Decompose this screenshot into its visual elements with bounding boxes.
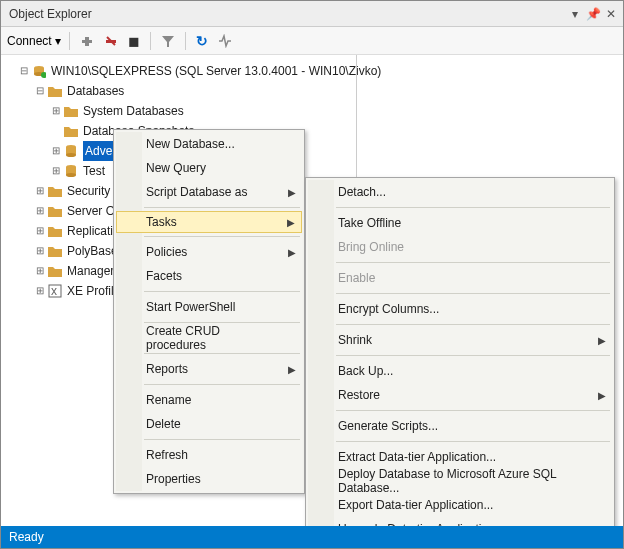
- panel-titlebar: Object Explorer ▾ 📌 ✕: [1, 1, 623, 27]
- menu-export-dac[interactable]: Export Data-tier Application...: [308, 493, 612, 517]
- close-icon[interactable]: ✕: [603, 7, 619, 21]
- submenu-arrow-icon: ▶: [598, 335, 606, 346]
- adventureworks-node[interactable]: ⊞AdventureWorks2014: [5, 141, 619, 161]
- menu-policies[interactable]: Policies▶: [116, 240, 302, 264]
- menu-enable: Enable: [308, 266, 612, 290]
- folder-icon: [47, 264, 63, 278]
- expand-icon[interactable]: ⊞: [49, 141, 63, 161]
- menu-script-database[interactable]: Script Database as▶: [116, 180, 302, 204]
- submenu-arrow-icon: ▶: [288, 364, 296, 375]
- menu-restore[interactable]: Restore▶: [308, 383, 612, 407]
- menu-take-offline[interactable]: Take Offline: [308, 211, 612, 235]
- expand-icon[interactable]: ⊞: [49, 161, 63, 181]
- context-menu-database: New Database... New Query Script Databas…: [113, 129, 305, 494]
- folder-icon: [47, 224, 63, 238]
- submenu-arrow-icon: ▶: [288, 187, 296, 198]
- activity-icon[interactable]: [216, 32, 234, 50]
- menu-deploy-azure[interactable]: Deploy Database to Microsoft Azure SQL D…: [308, 469, 612, 493]
- svg-marker-4: [162, 36, 174, 47]
- toolbar: Connect ▾ ◼ ↻: [1, 27, 623, 55]
- menu-encrypt-columns[interactable]: Encrypt Columns...: [308, 297, 612, 321]
- xe-icon: x: [47, 284, 63, 298]
- folder-icon: [63, 104, 79, 118]
- database-icon: [63, 144, 79, 158]
- expand-icon[interactable]: ⊞: [33, 181, 47, 201]
- folder-icon: [47, 244, 63, 258]
- expand-icon[interactable]: ⊞: [33, 261, 47, 281]
- menu-new-query[interactable]: New Query: [116, 156, 302, 180]
- menu-generate-scripts[interactable]: Generate Scripts...: [308, 414, 612, 438]
- submenu-arrow-icon: ▶: [288, 247, 296, 258]
- context-menu-tasks: Detach... Take Offline Bring Online Enab…: [305, 177, 615, 549]
- menu-new-database[interactable]: New Database...: [116, 132, 302, 156]
- expand-icon[interactable]: ⊞: [33, 241, 47, 261]
- folder-icon: [47, 204, 63, 218]
- databases-node[interactable]: ⊟Databases: [5, 81, 619, 101]
- menu-bring-online: Bring Online: [308, 235, 612, 259]
- menu-extract-dac[interactable]: Extract Data-tier Application...: [308, 445, 612, 469]
- menu-refresh[interactable]: Refresh: [116, 443, 302, 467]
- stop-icon[interactable]: ◼: [126, 31, 142, 51]
- menu-reports[interactable]: Reports▶: [116, 357, 302, 381]
- filter-icon[interactable]: [159, 32, 177, 50]
- menu-shrink[interactable]: Shrink▶: [308, 328, 612, 352]
- menu-detach[interactable]: Detach...: [308, 180, 612, 204]
- menu-tasks[interactable]: Tasks▶: [116, 211, 302, 233]
- menu-facets[interactable]: Facets: [116, 264, 302, 288]
- connect-button[interactable]: Connect ▾: [7, 34, 61, 48]
- svg-rect-1: [85, 37, 89, 46]
- menu-delete[interactable]: Delete: [116, 412, 302, 436]
- menu-back-up[interactable]: Back Up...: [308, 359, 612, 383]
- connect-icon[interactable]: [78, 32, 96, 50]
- collapse-icon[interactable]: ⊟: [17, 61, 31, 81]
- menu-start-powershell[interactable]: Start PowerShell: [116, 295, 302, 319]
- autohide-dropdown-icon[interactable]: ▾: [567, 7, 583, 21]
- system-databases-node[interactable]: ⊞System Databases: [5, 101, 619, 121]
- expand-icon[interactable]: ⊞: [33, 201, 47, 221]
- svg-text:x: x: [51, 284, 57, 298]
- folder-icon: [63, 124, 79, 138]
- collapse-icon[interactable]: ⊟: [33, 81, 47, 101]
- svg-point-11: [66, 153, 76, 157]
- refresh-icon[interactable]: ↻: [194, 31, 210, 51]
- submenu-arrow-icon: ▶: [598, 390, 606, 401]
- status-bar: Ready: [1, 526, 623, 548]
- folder-icon: [47, 84, 63, 98]
- expand-icon[interactable]: ⊞: [33, 221, 47, 241]
- server-icon: [31, 64, 47, 78]
- disconnect-icon[interactable]: [102, 32, 120, 50]
- folder-icon: [47, 184, 63, 198]
- pin-icon[interactable]: 📌: [585, 7, 601, 21]
- expand-icon[interactable]: ⊞: [49, 101, 63, 121]
- menu-create-crud[interactable]: Create CRUD procedures: [116, 326, 302, 350]
- expand-icon[interactable]: ⊞: [33, 281, 47, 301]
- menu-properties[interactable]: Properties: [116, 467, 302, 491]
- panel-title: Object Explorer: [9, 7, 92, 21]
- database-icon: [63, 164, 79, 178]
- submenu-arrow-icon: ▶: [287, 217, 295, 228]
- menu-rename[interactable]: Rename: [116, 388, 302, 412]
- svg-point-14: [66, 173, 76, 177]
- server-node[interactable]: ⊟WIN10\SQLEXPRESS (SQL Server 13.0.4001 …: [5, 61, 619, 81]
- snapshots-node[interactable]: Database Snapshots: [5, 121, 619, 141]
- status-text: Ready: [9, 530, 44, 544]
